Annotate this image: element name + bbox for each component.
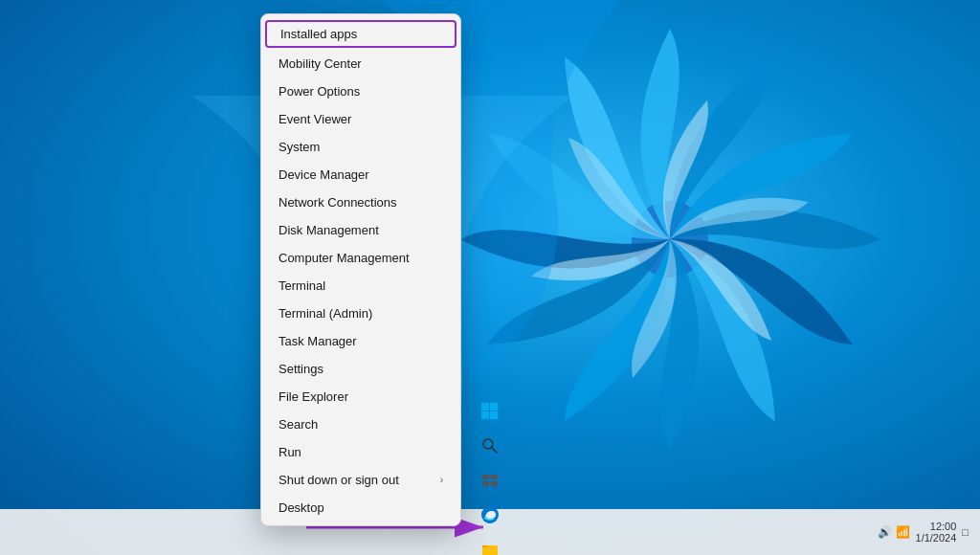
start-button[interactable] bbox=[473, 394, 507, 429]
menu-item-label: Run bbox=[278, 445, 301, 459]
menu-item-desktop[interactable]: Desktop bbox=[261, 494, 460, 522]
menu-item-search[interactable]: Search bbox=[261, 411, 460, 438]
menu-item-power-options[interactable]: Power Options bbox=[261, 78, 460, 105]
menu-item-event-viewer[interactable]: Event Viewer bbox=[261, 105, 460, 133]
menu-item-settings[interactable]: Settings bbox=[261, 355, 460, 383]
tray-icons: 🔊 📶 bbox=[878, 525, 909, 539]
svg-rect-11 bbox=[491, 475, 498, 479]
menu-item-disk-management[interactable]: Disk Management bbox=[261, 216, 460, 244]
menu-item-device-manager[interactable]: Device Manager bbox=[261, 161, 460, 189]
menu-item-label: Mobility Center bbox=[278, 56, 362, 71]
menu-item-system[interactable]: System bbox=[261, 133, 460, 161]
menu-item-network-connections[interactable]: Network Connections bbox=[261, 189, 460, 216]
menu-item-label: Computer Management bbox=[278, 251, 410, 265]
menu-item-computer-management[interactable]: Computer Management bbox=[261, 244, 460, 272]
svg-line-9 bbox=[492, 448, 497, 453]
menu-item-label: Disk Management bbox=[278, 223, 379, 237]
menu-item-label: File Explorer bbox=[278, 389, 348, 404]
system-tray: 🔊 📶 12:00 1/1/2024 □ bbox=[878, 509, 969, 555]
svg-rect-6 bbox=[481, 411, 489, 419]
desktop: Installed appsMobility CenterPower Optio… bbox=[0, 0, 980, 555]
menu-item-label: Installed apps bbox=[280, 27, 357, 41]
menu-item-label: System bbox=[278, 140, 320, 154]
menu-item-installed-apps[interactable]: Installed apps bbox=[265, 20, 457, 48]
context-menu: Installed appsMobility CenterPower Optio… bbox=[260, 13, 461, 526]
search-button[interactable] bbox=[473, 429, 507, 463]
menu-item-terminal[interactable]: Terminal bbox=[261, 272, 460, 300]
svg-rect-5 bbox=[490, 403, 498, 411]
menu-item-file-explorer[interactable]: File Explorer bbox=[261, 383, 460, 411]
menu-item-run[interactable]: Run bbox=[261, 438, 460, 466]
menu-item-label: Search bbox=[278, 417, 318, 432]
svg-rect-12 bbox=[482, 481, 489, 486]
menu-item-label: Settings bbox=[278, 362, 323, 376]
menu-item-label: Device Manager bbox=[278, 167, 369, 182]
menu-item-task-manager[interactable]: Task Manager bbox=[261, 327, 460, 355]
menu-item-label: Network Connections bbox=[278, 195, 397, 210]
svg-rect-4 bbox=[481, 403, 489, 411]
menu-item-label: Event Viewer bbox=[278, 112, 351, 126]
menu-item-label: Task Manager bbox=[278, 334, 357, 348]
notification-area: □ bbox=[962, 526, 969, 538]
menu-item-label: Desktop bbox=[278, 500, 324, 515]
menu-item-label: Power Options bbox=[278, 84, 360, 99]
svg-rect-7 bbox=[490, 411, 498, 419]
svg-rect-13 bbox=[491, 481, 498, 486]
menu-item-mobility-center[interactable]: Mobility Center bbox=[261, 50, 460, 78]
menu-item-label: Terminal bbox=[278, 278, 325, 293]
menu-item-label: Terminal (Admin) bbox=[278, 306, 372, 321]
menu-item-terminal-admin[interactable]: Terminal (Admin) bbox=[261, 300, 460, 327]
clock: 12:00 1/1/2024 bbox=[916, 521, 957, 544]
svg-rect-10 bbox=[482, 475, 489, 479]
submenu-chevron-icon: › bbox=[440, 475, 443, 485]
task-view-button[interactable] bbox=[473, 463, 507, 498]
menu-item-shut-down[interactable]: Shut down or sign out› bbox=[261, 466, 460, 494]
menu-item-label: Shut down or sign out bbox=[278, 473, 399, 487]
